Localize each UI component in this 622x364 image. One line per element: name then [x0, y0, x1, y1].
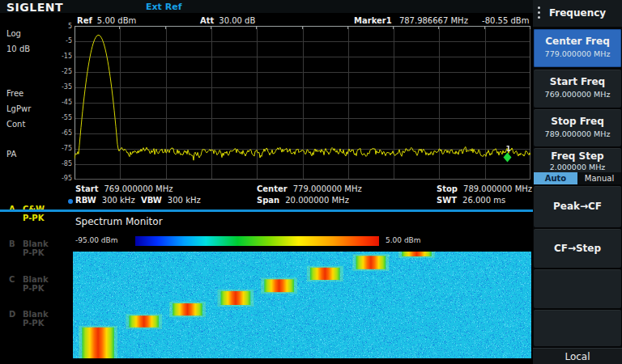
spectrum-canvas — [75, 26, 530, 180]
peak-to-cf-button[interactable]: Peak→CF — [534, 186, 621, 227]
softkey-blank-1[interactable] — [534, 269, 621, 308]
y-tick: -55 — [50, 114, 72, 121]
colorbar-gradient — [135, 236, 379, 246]
spectrum-monitor-title: Spectrum Monitor — [75, 216, 163, 227]
y-tick: -45 — [50, 99, 72, 106]
trace-b-selector[interactable]: BBlank P-PK — [9, 239, 49, 257]
section-separator — [0, 210, 533, 212]
freq-step-auto-manual-toggle: Auto Manual — [534, 172, 621, 184]
ext-ref-status: Ext Ref — [146, 2, 181, 12]
softkey-blank-2[interactable] — [534, 310, 621, 346]
cf-to-step-button[interactable]: CF→Step — [534, 229, 621, 268]
top-bar: SIGLENT Ext Ref — [0, 0, 533, 13]
y-tick: -75 — [50, 145, 72, 152]
marker-label: Marker1 — [354, 16, 392, 25]
sweep-mode-label: Cont — [6, 120, 25, 129]
center-freq-readout: Center779.000000 MHz — [257, 184, 362, 193]
start-freq-readout: Start769.000000 MHz — [75, 184, 173, 193]
trigger-label: Free — [6, 89, 23, 98]
auto-toggle-option[interactable]: Auto — [534, 172, 577, 184]
colorbar-max-label: 5.00 dBm — [386, 236, 421, 244]
trace-d-selector[interactable]: DBlank P-PK — [9, 310, 49, 328]
scale-type-label: Log — [6, 29, 21, 38]
manual-toggle-option[interactable]: Manual — [577, 172, 621, 184]
spectrum-analyzer-screen: SIGLENT Ext Ref Ref5.00 dBm Att30.00 dB … — [0, 0, 622, 364]
marker-amp: -80.55 dBm — [482, 16, 529, 25]
trace-a-selector[interactable]: AC&W P-PK — [9, 205, 45, 222]
trace-c-selector[interactable]: CBlank P-PK — [9, 275, 49, 293]
y-tick: -15 — [50, 53, 72, 60]
att-label: Att — [200, 16, 214, 25]
marker-freq: 787.986667 MHz — [399, 16, 468, 25]
y-tick: -25 — [50, 68, 72, 75]
marker-readout: Marker1 787.986667 MHz -80.55 dBm — [354, 16, 529, 25]
center-freq-button[interactable]: Center Freq 779.000000 MHz — [534, 29, 621, 67]
menu-title: Frequency — [533, 7, 622, 19]
power-mode-label: LgPwr — [6, 104, 31, 113]
siglent-logo: SIGLENT — [6, 1, 63, 14]
stop-freq-button[interactable]: Stop Freq 789.000000 MHz — [534, 109, 621, 146]
freq-step-button[interactable]: Freq Step 2.000000 MHz Auto Manual — [534, 148, 621, 184]
waterfall-canvas — [73, 252, 531, 358]
colorbar-min-label: -95.00 dBm — [75, 236, 118, 244]
rbw-coupling-bullet-icon — [68, 199, 73, 204]
att-readout: Att30.00 dB — [200, 16, 255, 25]
stop-freq-readout: Stop789.000000 MHz — [437, 184, 532, 193]
y-tick: -5 — [50, 37, 72, 44]
swt-readout: SWT26.000 ms — [437, 196, 505, 205]
rbw-readout: RBW300 kHz — [75, 196, 135, 205]
ref-value: 5.00 dBm — [97, 16, 136, 25]
scale-div-label: 10 dB — [6, 44, 30, 53]
att-value: 30.00 dB — [219, 16, 255, 25]
preamp-label: PA — [6, 150, 16, 159]
menu-header: Frequency — [533, 0, 622, 27]
y-tick: -85 — [50, 160, 72, 167]
ref-level-readout: Ref5.00 dBm — [77, 16, 136, 25]
local-button[interactable]: Local — [533, 348, 622, 364]
y-tick: 5 — [50, 23, 72, 30]
y-tick: -65 — [50, 129, 72, 137]
span-readout: Span20.000000 MHz — [257, 196, 349, 205]
ref-label: Ref — [77, 16, 92, 25]
start-freq-button[interactable]: Start Freq 769.000000 MHz — [534, 70, 621, 108]
softkey-menu: Frequency Center Freq 779.000000 MHz Sta… — [533, 0, 622, 364]
y-tick: -35 — [50, 83, 72, 91]
y-tick: -95 — [50, 175, 72, 182]
vbw-readout: VBW300 kHz — [141, 196, 201, 205]
